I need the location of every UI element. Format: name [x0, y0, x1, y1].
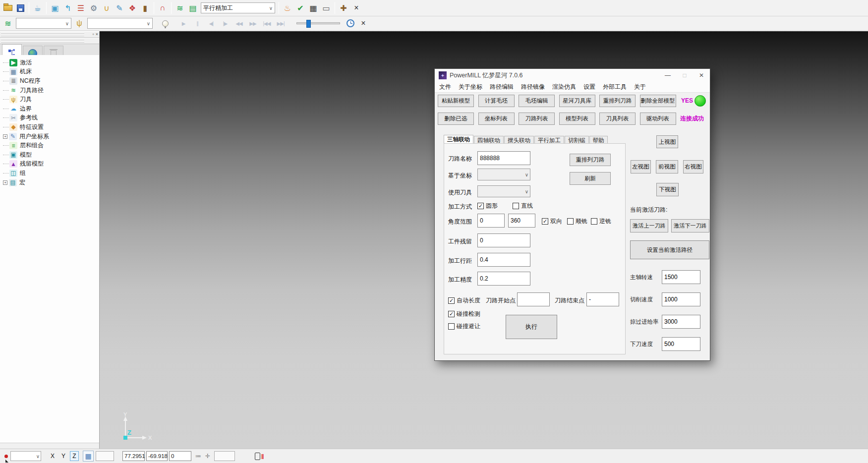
dialog-action-button[interactable]: 粘贴新模型	[438, 95, 474, 107]
coordinate-list-icon[interactable]: ≔	[195, 453, 201, 460]
tree-item-toolpaths[interactable]: ≋刀具路径	[3, 86, 99, 95]
grid-size-field[interactable]	[96, 451, 114, 461]
dialog-action-button[interactable]: 毛坯编辑	[519, 95, 555, 107]
dialog-tab-1[interactable]: 四轴联动	[474, 136, 504, 144]
rewind-icon[interactable]: ◀◀	[232, 17, 245, 29]
menu-item[interactable]: 路径编辑	[490, 83, 514, 91]
tool-select-combobox[interactable]: ∨	[87, 18, 153, 29]
powermill-logo-icon[interactable]: ≋	[174, 2, 186, 14]
close-toolbar-icon[interactable]: ×	[350, 2, 362, 14]
menu-item[interactable]: 设置	[583, 83, 595, 91]
stepover-input[interactable]	[477, 253, 530, 267]
tree-item-feature-sets[interactable]: ◆特征设置	[3, 122, 99, 132]
dialog-action-button[interactable]: 刀具列表	[599, 113, 636, 125]
ball-tool-icon[interactable]: ⚙	[88, 2, 100, 14]
step-back-icon[interactable]: ◀|	[205, 17, 218, 29]
activate-next-toolpath-button[interactable]: 激活下一刀路	[671, 219, 709, 232]
viewport-canvas[interactable]: Y X Z ✦ PowerMILL 忆梦星河 7.0.6 — □ ✕ 文件关于坐…	[100, 31, 868, 449]
cursor-x-field[interactable]: 77.2951	[122, 451, 145, 461]
tolerance-field[interactable]	[214, 451, 235, 461]
pause-icon[interactable]: ||	[191, 17, 204, 29]
toolpath-select-combobox[interactable]: ∨	[16, 18, 71, 29]
measure-icon[interactable]: ▭	[320, 2, 332, 14]
axis-y-button[interactable]: Y	[59, 451, 68, 461]
line-checkbox[interactable]: 直线	[513, 202, 533, 210]
toolpath-end-input[interactable]	[586, 292, 619, 306]
tree-item-boundaries[interactable]: ☁边界	[3, 104, 99, 114]
nc-program-icon[interactable]: ☰	[75, 2, 87, 14]
checkbox-box[interactable]	[448, 311, 455, 317]
dialog-action-button[interactable]: 驱动列表	[640, 113, 676, 125]
view-front-button[interactable]: 前视图	[656, 160, 678, 174]
tolerance-input[interactable]	[477, 272, 530, 286]
collision-avoid-checkbox[interactable]: 碰撞避让	[448, 322, 480, 331]
angle-to-input[interactable]	[508, 214, 535, 228]
checkbox-box[interactable]	[477, 203, 484, 209]
dialog-tab-4[interactable]: 切割锯	[565, 136, 589, 144]
statusbar-combobox[interactable]: ∨	[10, 451, 41, 461]
close-toolbar-icon[interactable]: ×	[357, 17, 369, 29]
tree-item-workplanes[interactable]: +✎用户坐标系	[3, 132, 99, 141]
toolpath-strategy-icon[interactable]: ↰	[62, 2, 74, 14]
flame-tool-icon[interactable]: ♨	[282, 2, 293, 14]
toolpath-name-input[interactable]	[477, 151, 530, 165]
arc-tool-icon[interactable]: ∩	[157, 2, 169, 14]
activate-previous-toolpath-button[interactable]: 激活上一刀路	[630, 219, 668, 232]
execute-button[interactable]: 执行	[506, 315, 557, 339]
dialog-tab-5[interactable]: 帮助	[589, 136, 608, 144]
tree-item-machine-tool[interactable]: ▦机床	[3, 67, 99, 77]
menu-item[interactable]: 渲染仿真	[552, 83, 576, 91]
menu-item[interactable]: 文件	[439, 83, 451, 91]
teapot-icon[interactable]: ☕	[32, 2, 44, 14]
dialog-action-button[interactable]: 模型列表	[559, 113, 595, 125]
checkbox-box[interactable]	[448, 297, 455, 304]
tree-item-activate[interactable]: ▶激活	[3, 58, 99, 67]
checkbox-box[interactable]	[542, 218, 548, 225]
verify-tool-icon[interactable]: ✔	[294, 2, 306, 14]
set-active-path-button[interactable]: 设置当前激活路径	[630, 240, 709, 259]
dialog-titlebar[interactable]: ✦ PowerMILL 忆梦星河 7.0.6 — □ ✕	[435, 69, 710, 82]
dialog-action-button[interactable]: 删除全部模型	[640, 95, 676, 107]
explorer-horizontal-scrollbar[interactable]	[0, 443, 99, 449]
refresh-button[interactable]: 刷新	[570, 172, 611, 185]
view-top-button[interactable]: 上视图	[656, 135, 678, 148]
dialog-action-button[interactable]: 坐标列表	[478, 113, 515, 125]
climb-mill-checkbox[interactable]: 顺铣	[567, 217, 587, 226]
tool-search-icon[interactable]: ψ	[73, 17, 85, 29]
cursor-z-field[interactable]: 0	[169, 451, 191, 461]
tree-item-groups[interactable]: ◫组	[3, 169, 99, 178]
menu-item[interactable]: 关于	[634, 83, 646, 91]
checkbox-box[interactable]	[567, 218, 574, 225]
bidirectional-checkbox[interactable]: 双向	[542, 217, 562, 226]
skip-end-icon[interactable]: ▶▶|	[274, 17, 287, 29]
save-icon[interactable]	[17, 4, 24, 12]
coord-combobox[interactable]: ∨	[477, 169, 530, 180]
step-forward-icon[interactable]: |▶	[219, 17, 231, 29]
tool-pair-icon[interactable]: ✚	[338, 2, 349, 14]
checkbox-box[interactable]	[448, 323, 455, 330]
close-button[interactable]: ✕	[693, 69, 710, 82]
curve-pencil-icon[interactable]: ✎	[114, 2, 125, 14]
dialog-action-button[interactable]: 星河刀具库	[559, 95, 595, 107]
panel-close-icon[interactable]: ×	[96, 32, 98, 37]
tree-item-stock-models[interactable]: ▲残留模型	[3, 160, 99, 169]
rearrange-toolpaths-button[interactable]: 重排列刀路	[570, 154, 611, 166]
cursor-y-field[interactable]: -69.918	[146, 451, 168, 461]
auto-length-checkbox[interactable]: 自动长度	[448, 296, 480, 305]
clipboard-icon[interactable]	[255, 453, 260, 460]
tree-item-tools[interactable]: ψ刀具	[3, 95, 99, 104]
maximize-button[interactable]: □	[676, 69, 693, 82]
checkbox-box[interactable]	[513, 203, 519, 209]
expand-icon[interactable]: +	[3, 180, 7, 185]
skip-start-icon[interactable]: |◀◀	[260, 17, 273, 29]
clock-icon[interactable]	[347, 19, 354, 27]
dialog-tab-3[interactable]: 平行加工	[534, 136, 564, 144]
dialog-action-button[interactable]: 重排列刀路	[599, 95, 636, 107]
open-file-icon[interactable]	[3, 5, 12, 11]
panel-gripper[interactable]: ▫ ×	[0, 31, 99, 38]
axis-x-button[interactable]: X	[48, 451, 57, 461]
powermill-logo-icon[interactable]: ≋	[2, 17, 14, 29]
speed-slider[interactable]	[296, 22, 340, 24]
toolpath-start-input[interactable]	[517, 292, 550, 306]
menu-item[interactable]: 关于坐标	[459, 83, 482, 91]
